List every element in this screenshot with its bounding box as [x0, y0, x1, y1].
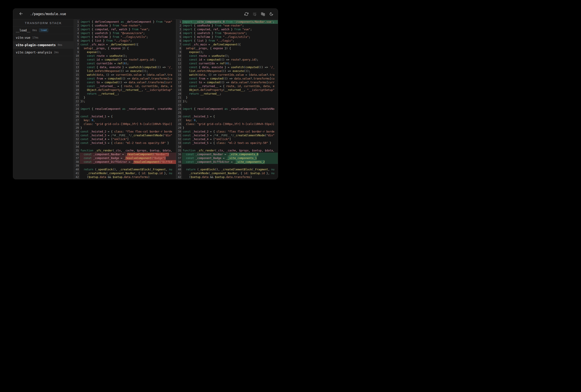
line-number: 36 [74, 152, 79, 156]
split-diff-toggle[interactable] [261, 12, 265, 16]
split-diff-icon [261, 12, 265, 16]
line-number: 11 [176, 58, 181, 62]
plugin-name: __load__ [16, 28, 30, 32]
code-line: const from = computed(() => data.value?.… [182, 77, 278, 81]
code-line [80, 145, 176, 149]
code-line: function _sfc_render(_ctx, _cache, $prop… [80, 149, 176, 152]
transform-stack-item[interactable]: vite:import-analysis2ms [13, 49, 74, 56]
plugin-name: vite-plugin-components [16, 43, 56, 47]
line-number: 39 [74, 164, 79, 168]
code-line: const to = computed(() => data.value?.tr… [80, 81, 176, 84]
code-line: const _hoisted_4 = ["onClick"] [182, 138, 278, 141]
line-number: 18 [74, 84, 79, 88]
line-number: 19 [176, 88, 181, 92]
line-number: 35 [176, 149, 181, 152]
transform-stack-item[interactable]: __load__0msload [13, 27, 74, 34]
line-number: 8 [176, 46, 181, 50]
code-line: const route = useRoute(); [182, 54, 278, 58]
arrow-left-icon [19, 12, 23, 16]
transform-stack-title: TRANSFORM STACK [13, 20, 74, 27]
transform-stack-sidebar: TRANSFORM STACK __load__0msloadvite:vue1… [13, 20, 74, 179]
line-number: 2 [176, 24, 181, 28]
line-number: 32 [74, 138, 79, 141]
line-number: 27 [176, 118, 181, 122]
line-number: 14 [74, 69, 79, 73]
line-number: 16 [176, 77, 181, 81]
code-line: import { resolveComponent as _resolveCom… [182, 107, 278, 111]
diff-transformed-pane[interactable]: import __vite_components_0 from '/compon… [182, 20, 278, 179]
title-dot: . [30, 12, 32, 16]
code-line: const _sfc_main = _defineComponent({ [80, 43, 176, 46]
line-number: 15 [74, 73, 79, 77]
line-number: 36 [176, 152, 181, 156]
line-number: 30 [176, 130, 181, 134]
line-number: 3 [74, 28, 79, 32]
code-line: _createVNode(_component_NavBar, { id: $s… [182, 172, 278, 175]
line-number: 22 [176, 100, 181, 103]
line-wrap-toggle[interactable] [253, 12, 257, 16]
line-number: 21 [176, 96, 181, 100]
code-line: Object.defineProperty(__returned__, "__i… [182, 88, 278, 92]
code-line: const from = computed(() => data.value?.… [80, 77, 176, 81]
plugin-time: 17ms [32, 36, 38, 39]
line-number: 9 [74, 50, 79, 54]
dark-mode-toggle[interactable] [269, 12, 273, 16]
line-number: 37 [176, 156, 181, 160]
refresh-button[interactable] [244, 12, 248, 16]
line-number: 5 [74, 35, 79, 39]
code-line: import { computed, ref, watch } from "vu… [80, 28, 176, 32]
code-line [182, 103, 278, 107]
code-line: const _sfc_main = _defineComponent({ [182, 43, 278, 46]
plugin-name: vite:vue [16, 36, 30, 40]
code-line: setup(__props, { expose }) { [80, 46, 176, 50]
code-line: return __returned__; [80, 92, 176, 96]
diff-original-pane[interactable]: import { defineComponent as _defineCompo… [80, 20, 176, 179]
code-line: ($setup.data && $setup.data.transforms) [80, 175, 176, 179]
back-button[interactable] [18, 11, 24, 17]
line-number: 4 [176, 32, 181, 35]
line-number: 5 [176, 35, 181, 39]
line-number: 12 [74, 62, 79, 66]
line-number: 8 [74, 46, 79, 50]
code-line: } [80, 96, 176, 100]
code-line: setup(__props, { expose }) { [182, 46, 278, 50]
line-number: 9 [176, 50, 181, 54]
code-line: watch(data, () => currentIdx.value = (da… [80, 73, 176, 77]
code-line: expose(); [182, 50, 278, 54]
line-number: 26 [74, 115, 79, 118]
line-number: 29 [176, 126, 181, 130]
line-number: 2 [74, 24, 79, 28]
code-line: ($setup.data && $setup.data.transforms) [182, 175, 278, 179]
line-number: 27 [74, 118, 79, 122]
code-line: expose(); [80, 50, 176, 54]
code-line: return (_openBlock(), _createElementBloc… [182, 168, 278, 172]
line-number: 33 [176, 141, 181, 145]
code-line [182, 111, 278, 115]
line-number: 22 [74, 100, 79, 103]
code-line: const _component_DiffEditor = _resolveCo… [80, 160, 176, 164]
code-line: const _component_Badge = _resolveCompone… [80, 156, 176, 160]
code-line [80, 103, 176, 107]
code-line: } [80, 126, 176, 130]
line-number: 24 [74, 107, 79, 111]
line-number: 21 [74, 96, 79, 100]
transform-stack-item[interactable]: vite:vue17ms [13, 34, 74, 42]
diff-editor: 1234567891011121314151617181920212223242… [74, 20, 278, 179]
code-line: }); [182, 100, 278, 103]
transform-stack-list: __load__0msloadvite:vue17msvite-plugin-c… [13, 27, 74, 56]
line-number: 34 [176, 145, 181, 149]
code-line: const _hoisted_1 = { [182, 115, 278, 118]
line-number: 7 [74, 43, 79, 46]
code-line: import __vite_components_0 from '/compon… [182, 20, 278, 24]
line-number: 39 [176, 164, 181, 168]
transform-stack-item[interactable]: vite-plugin-components0ms [13, 42, 74, 49]
line-number: 20 [176, 92, 181, 96]
line-number: 24 [176, 107, 181, 111]
code-line: import { msToTime } from "../logic/utils… [182, 35, 278, 39]
code-line: const to = computed(() => data.value?.tr… [182, 81, 278, 84]
line-number: 28 [176, 122, 181, 126]
topbar-actions [244, 9, 273, 20]
code-line: } [182, 96, 278, 100]
line-number: 1 [74, 20, 79, 24]
code-line: class: "grid grid-cols-[300px,3fr] h-[ca… [182, 122, 278, 126]
